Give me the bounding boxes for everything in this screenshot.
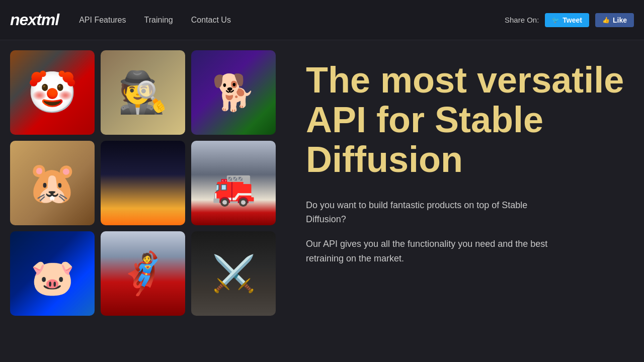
navbar: nextml API Features Training Contact Us … <box>0 0 644 40</box>
like-button[interactable]: Like <box>595 13 634 27</box>
grid-image-hamster <box>10 141 95 225</box>
grid-image-figure <box>101 50 185 135</box>
grid-image-firetruck <box>191 141 276 225</box>
hero-section: The most versatile API for Stable Diffus… <box>286 50 634 362</box>
grid-image-sky <box>101 141 185 225</box>
grid-image-superman <box>101 231 185 316</box>
nav-contact-us[interactable]: Contact Us <box>191 16 231 25</box>
site-logo[interactable]: nextml <box>10 11 59 29</box>
grid-image-clown <box>10 50 95 135</box>
grid-image-pig-space <box>10 231 95 316</box>
nav-api-features[interactable]: API Features <box>79 16 126 25</box>
share-area: Share On: Tweet Like <box>505 13 634 27</box>
share-label: Share On: <box>505 16 539 24</box>
hero-subtitle-1: Do you want to build fantastic products … <box>306 198 557 227</box>
image-grid <box>10 50 276 362</box>
tweet-button[interactable]: Tweet <box>545 13 589 27</box>
grid-image-dog-jedi <box>191 50 276 135</box>
grid-image-warrior <box>191 231 276 316</box>
main-content: The most versatile API for Stable Diffus… <box>0 40 644 362</box>
nav-training[interactable]: Training <box>144 16 173 25</box>
hero-title: The most versatile API for Stable Diffus… <box>306 60 634 180</box>
hero-subtitle-2: Our API gives you all the functionality … <box>306 237 557 266</box>
nav-links: API Features Training Contact Us <box>79 16 505 25</box>
